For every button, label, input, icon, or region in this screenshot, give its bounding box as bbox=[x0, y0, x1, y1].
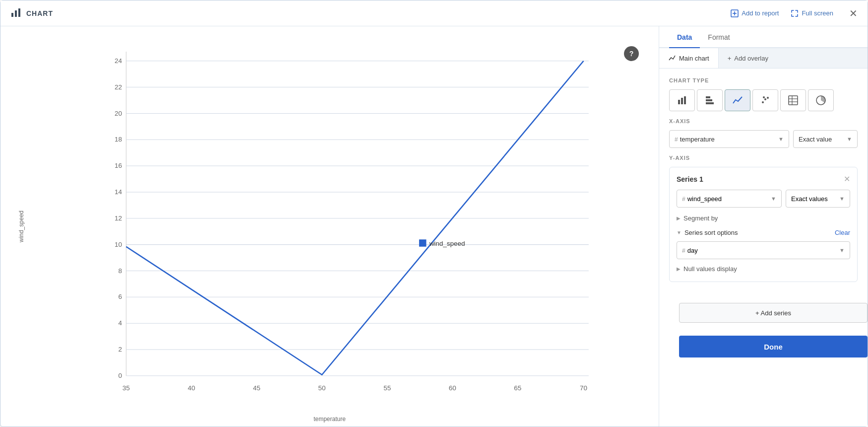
chart-type-table[interactable] bbox=[780, 89, 806, 111]
series-mode-select[interactable]: Exact values ▼ bbox=[786, 190, 850, 208]
svg-point-46 bbox=[764, 98, 766, 100]
series-card: Series 1 ✕ #wind_speed ▼ Exact values ▼ bbox=[669, 167, 858, 282]
close-button[interactable]: ✕ bbox=[849, 7, 858, 19]
svg-text:70: 70 bbox=[580, 384, 587, 392]
help-badge[interactable]: ? bbox=[624, 46, 639, 61]
svg-rect-44 bbox=[706, 102, 714, 104]
svg-text:60: 60 bbox=[449, 384, 456, 392]
tab-format[interactable]: Format bbox=[700, 26, 738, 48]
x-axis-mode-select[interactable]: Exact value ▼ bbox=[793, 130, 858, 148]
x-axis-mode-chevron: ▼ bbox=[847, 136, 852, 142]
chart-wrapper: 0 2 4 6 8 10 12 14 16 18 20 22 24 35 bbox=[30, 36, 654, 407]
app-window: CHART Add to report Full screen ✕ wind_s… bbox=[0, 0, 868, 427]
x-axis-section: X-AXIS #temperature ▼ Exact value ▼ bbox=[659, 111, 868, 148]
series-close-button[interactable]: ✕ bbox=[844, 174, 850, 184]
x-axis-label: temperature bbox=[313, 416, 346, 423]
done-button[interactable]: Done bbox=[679, 336, 868, 357]
chart-line bbox=[126, 61, 583, 375]
svg-rect-39 bbox=[678, 100, 680, 104]
legend-color bbox=[419, 239, 427, 247]
svg-rect-40 bbox=[681, 98, 683, 104]
sort-field-chevron: ▼ bbox=[839, 247, 845, 253]
chart-icon bbox=[10, 7, 21, 19]
series-row: #wind_speed ▼ Exact values ▼ bbox=[677, 190, 850, 208]
svg-text:45: 45 bbox=[253, 384, 260, 392]
series-header: Series 1 ✕ bbox=[677, 174, 850, 184]
svg-point-47 bbox=[767, 97, 769, 99]
svg-text:22: 22 bbox=[115, 83, 122, 91]
series-field-chevron: ▼ bbox=[771, 196, 776, 202]
svg-text:12: 12 bbox=[115, 214, 122, 222]
panel-inner: Data Format Main chart + Add overlay bbox=[659, 26, 868, 427]
add-series-button[interactable]: + Add series bbox=[679, 303, 868, 323]
svg-text:55: 55 bbox=[383, 384, 391, 392]
svg-rect-1 bbox=[15, 10, 17, 17]
title-bar: CHART Add to report Full screen ✕ bbox=[0, 0, 868, 26]
right-panel: Data Format Main chart + Add overlay bbox=[659, 26, 868, 427]
line-chart-tab-icon bbox=[668, 54, 676, 62]
series-title: Series 1 bbox=[677, 175, 703, 183]
full-screen-button[interactable]: Full screen bbox=[791, 9, 833, 17]
add-overlay-button[interactable]: + Add overlay bbox=[719, 48, 777, 68]
title-left: CHART bbox=[10, 7, 53, 19]
y-axis-label-text: Y-AXIS bbox=[669, 155, 858, 161]
svg-point-48 bbox=[763, 96, 765, 98]
svg-text:6: 6 bbox=[119, 293, 122, 300]
svg-rect-43 bbox=[706, 99, 712, 101]
x-axis-field-select[interactable]: #temperature ▼ bbox=[669, 130, 789, 148]
svg-text:4: 4 bbox=[119, 319, 123, 327]
sort-field-select[interactable]: #day ▼ bbox=[677, 241, 850, 259]
add-to-report-button[interactable]: Add to report bbox=[731, 9, 779, 17]
svg-text:10: 10 bbox=[115, 241, 122, 248]
chart-svg: 0 2 4 6 8 10 12 14 16 18 20 22 24 35 bbox=[30, 36, 654, 407]
x-axis-row: #temperature ▼ Exact value ▼ bbox=[669, 130, 858, 148]
panel-tabs: Data Format bbox=[659, 26, 868, 48]
chart-area: wind_speed bbox=[0, 26, 659, 427]
x-axis-field-chevron: ▼ bbox=[778, 136, 784, 142]
chart-type-label: CHART TYPE bbox=[669, 77, 858, 83]
svg-rect-2 bbox=[18, 8, 20, 17]
tab-main-chart[interactable]: Main chart bbox=[659, 48, 719, 68]
svg-rect-42 bbox=[706, 96, 710, 98]
chart-type-line[interactable] bbox=[725, 89, 750, 111]
series-sort-toggle[interactable]: ▼ Series sort options Clear bbox=[677, 227, 850, 238]
svg-text:14: 14 bbox=[115, 188, 122, 196]
svg-text:40: 40 bbox=[187, 384, 195, 392]
x-axis-label-text: X-AXIS bbox=[669, 118, 858, 124]
main-content: wind_speed bbox=[0, 26, 868, 427]
chart-type-horizontal-bar[interactable] bbox=[697, 89, 723, 111]
chart-type-section: CHART TYPE bbox=[659, 69, 868, 111]
series-mode-chevron: ▼ bbox=[839, 196, 845, 202]
svg-text:50: 50 bbox=[318, 384, 326, 392]
y-axis-label: wind_speed bbox=[18, 211, 25, 242]
sort-clear-button[interactable]: Clear bbox=[835, 229, 850, 236]
svg-text:2: 2 bbox=[119, 346, 122, 353]
segment-by-toggle[interactable]: ▶ Segment by bbox=[677, 213, 850, 224]
series-sort-arrow: ▼ bbox=[677, 230, 682, 235]
title-actions: Add to report Full screen ✕ bbox=[731, 7, 858, 19]
null-values-arrow: ▶ bbox=[677, 266, 681, 272]
svg-text:18: 18 bbox=[115, 136, 122, 143]
app-title: CHART bbox=[26, 9, 53, 17]
chart-type-scatter[interactable] bbox=[752, 89, 778, 111]
done-section: Done bbox=[659, 323, 868, 377]
add-series-section: + Add series bbox=[659, 290, 868, 323]
chart-type-row bbox=[669, 89, 858, 111]
svg-rect-49 bbox=[789, 96, 798, 105]
svg-text:16: 16 bbox=[115, 162, 122, 169]
chart-type-bar[interactable] bbox=[669, 89, 695, 111]
chart-tabs: Main chart + Add overlay bbox=[659, 48, 868, 69]
svg-point-45 bbox=[762, 101, 764, 103]
svg-text:0: 0 bbox=[119, 372, 122, 379]
chart-type-pie[interactable] bbox=[808, 89, 834, 111]
legend-label: wind_speed bbox=[429, 240, 465, 247]
svg-rect-0 bbox=[11, 13, 13, 17]
tab-data[interactable]: Data bbox=[669, 26, 700, 48]
series-field-select[interactable]: #wind_speed ▼ bbox=[677, 190, 782, 208]
segment-by-arrow: ▶ bbox=[677, 215, 681, 221]
y-axis-section: Y-AXIS Series 1 ✕ #wind_speed ▼ bbox=[659, 148, 868, 290]
svg-text:8: 8 bbox=[119, 267, 122, 275]
svg-rect-41 bbox=[684, 96, 686, 104]
null-values-toggle[interactable]: ▶ Null values display bbox=[677, 263, 850, 275]
svg-text:65: 65 bbox=[514, 384, 521, 392]
